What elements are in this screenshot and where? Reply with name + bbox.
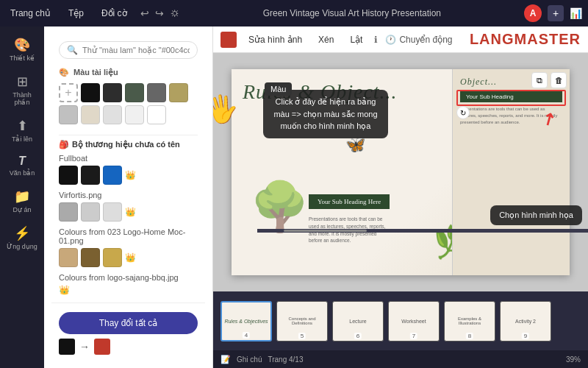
color-swatch[interactable] [103,83,122,102]
slide-number-8: 8 [466,333,473,339]
color-swatch[interactable] [81,105,100,124]
filmstrip-slide-4[interactable]: Rules & Objectives 4 [220,301,272,342]
nav-home[interactable]: Trang chủ [6,5,55,21]
footer-swatch-dark[interactable] [59,339,75,355]
sidebar-label-upload: Tải lên [12,135,32,143]
brand-colors-virfortis: 👑 [59,202,198,222]
color-swatch[interactable] [103,105,122,124]
sidebar-item-project[interactable]: 📁 Dự án [3,184,41,218]
color-swatch[interactable] [125,83,144,102]
color-swatch[interactable] [59,166,78,185]
slide-butterfly: 🦋 [345,135,365,155]
status-left: 📝 Ghi chú Trang 4/13 [220,355,303,364]
filmstrip-slide-7[interactable]: Worksheet 7 [388,301,440,342]
color-swatch[interactable] [147,83,166,102]
sidebar-item-text[interactable]: T Văn bản [3,150,41,181]
slide-right-panel: Object... Your Sub Heading Presentations… [452,69,570,275]
color-swatch[interactable] [81,166,100,185]
brand-colors-fullboat: 👑 [59,166,198,185]
color-swatch[interactable] [103,248,122,267]
undo-icon[interactable]: ↩ [140,7,149,19]
slide-tree: 🌳 [250,179,309,235]
bottom-status-bar: 📝 Ghi chú Trang 4/13 39% [213,350,588,368]
note-label[interactable]: Ghi chú [237,355,262,364]
brand-name-fullboat: Fullboat [59,154,198,163]
info-icon[interactable]: ℹ [374,35,378,45]
sidebar-item-components[interactable]: ⊞ Thành phần [3,69,41,110]
add-color-button[interactable]: + [59,83,78,102]
color-swatch[interactable] [81,248,100,267]
slide-right-subheading: Your Sub Heading [460,91,562,102]
color-swatch[interactable] [103,166,122,185]
canvas-workspace[interactable]: Màu 🖐 Click ở đây để hiện ra bảng màu =>… [213,53,588,291]
color-panel: 🔍 🎨 Màu tài liệu + [44,26,213,368]
color-swatch[interactable] [81,83,100,102]
nav-settings[interactable]: Đổi cờ [97,5,132,21]
filmstrip-scroll-track [284,230,367,232]
color-panel-content: 🔍 🎨 Màu tài liệu + [51,34,205,302]
slide-number-6: 6 [354,333,362,339]
brand-name-logo-home: Colours from 023 Logo-Home Moc-01.png [59,227,198,245]
plus-button[interactable]: + [548,5,564,21]
movement-label[interactable]: 🕐 Chuyển động [385,35,452,45]
document-colors-grid: + [59,83,198,124]
avatar-button[interactable]: A [524,4,542,22]
brand-icon: 🎒 [59,140,69,149]
color-swatch[interactable] [125,105,144,124]
crown-icon: 👑 [125,207,136,217]
choose-annotation: Chọn hình minh họa [490,205,582,225]
project-icon: 📁 [14,188,30,205]
components-icon: ⊞ [17,74,28,90]
color-swatch[interactable] [169,83,188,102]
color-swatch[interactable] [103,202,122,222]
change-all-button[interactable]: Thay đổi tất cả [59,312,198,334]
page-info: Trang 4/13 [268,355,303,364]
color-swatch[interactable] [59,105,78,124]
footer-swatch-red[interactable] [94,339,110,355]
filmstrip-slide-9[interactable]: Activity 2 9 [500,301,551,342]
brand-name-bbq: Colours from logo-sajang-bbq.jpg [59,273,198,282]
color-swatch[interactable] [59,202,78,222]
footer-color-arrows: → [59,339,198,355]
slide-number-4: 4 [243,332,250,339]
filmstrip-slide-6[interactable]: Lecture 6 [332,301,384,342]
canvas-area: Sửa hình ảnh Xén Lật ℹ 🕐 Chuyển động LAN… [213,26,588,368]
color-search-bar[interactable]: 🔍 [59,41,198,59]
sidebar-item-upload[interactable]: ⬆ Tải lên [3,113,41,147]
top-nav-right: A + 📊 [524,4,582,22]
copy-icon[interactable]: ⧉ [531,72,548,88]
filmstrip-slide-5[interactable]: Concepts and Definitions 5 [276,301,328,342]
presentation-title: Green Vintage Visual Art History Present… [189,8,515,18]
color-swatch[interactable] [59,248,78,267]
filmstrip-scroll-indicator[interactable] [257,229,588,233]
filmstrip: Rules & Objectives 4 Concepts and Defini… [213,291,588,350]
movement-text: Chuyển động [399,35,452,45]
delete-icon[interactable]: 🗑 [551,72,567,88]
redo-icon[interactable]: ↪ [155,7,164,19]
crown-icon: 👑 [59,285,70,295]
sidebar-item-apps[interactable]: ⚡ Ứng dụng [3,221,41,255]
refresh-icon[interactable]: ↻ [456,106,470,119]
chart-icon[interactable]: 📊 [570,7,582,19]
click-annotation: Click ở đây để hiện ra bảng màu => chọn … [263,90,388,138]
langmaster-logo: LANGMASTER [470,31,581,48]
zoom-level[interactable]: 39% [566,355,581,364]
sidebar-label-text: Văn bản [10,169,35,177]
color-swatch[interactable] [81,202,100,222]
color-swatch[interactable] [147,105,166,124]
nav-file[interactable]: Tệp [64,5,88,21]
share-icon[interactable]: ⛭ [170,7,180,19]
arrow-right-icon[interactable]: → [79,341,90,353]
main-layout: 🎨 Thiết kế ⊞ Thành phần ⬆ Tải lên T Văn … [0,26,588,368]
search-icon: 🔍 [67,45,78,55]
slide-number-7: 7 [410,333,417,339]
filmstrip-slide-8[interactable]: Examples & Illustrations 8 [444,301,495,342]
toolbar-color-box[interactable] [220,32,237,48]
fix-image-button[interactable]: Sửa hình ảnh [244,32,306,48]
color-search-input[interactable] [82,46,190,54]
sidebar-item-design[interactable]: 🎨 Thiết kế [3,32,41,66]
clock-icon: 🕐 [385,35,396,45]
crown-icon: 👑 [125,170,136,180]
flip-button[interactable]: Lật [345,32,367,48]
crop-button[interactable]: Xén [314,32,338,48]
